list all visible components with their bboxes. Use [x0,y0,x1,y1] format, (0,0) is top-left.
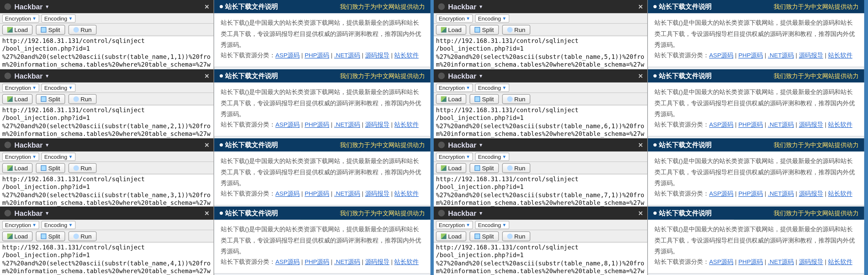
category-link[interactable]: PHP源码 [738,190,763,197]
run-button[interactable]: Run [502,231,530,241]
url-input[interactable]: http://192.168.31.131/control/sqlinject … [0,105,214,139]
category-link[interactable]: .NET源码 [334,121,360,128]
chevron-down-icon[interactable]: ▾ [479,4,482,9]
category-link[interactable]: 站长软件 [828,121,852,128]
encoding-dropdown[interactable]: Encoding▼ [475,152,509,161]
category-link[interactable]: 源码报导 [365,258,390,265]
split-button[interactable]: Split [36,163,65,173]
encryption-dropdown[interactable]: Encryption▼ [2,152,39,161]
chevron-down-icon[interactable]: ▾ [46,210,49,216]
encoding-dropdown[interactable]: Encoding▼ [475,14,509,22]
run-button[interactable]: Run [502,25,530,34]
chevron-down-icon[interactable]: ▾ [479,210,482,216]
load-button[interactable]: Load [436,163,467,173]
category-link[interactable]: 源码报导 [365,190,390,197]
run-button[interactable]: Run [502,94,530,104]
encoding-dropdown[interactable]: Encoding▼ [475,220,509,228]
encryption-dropdown[interactable]: Encryption▼ [436,83,473,91]
category-link[interactable]: ASP源码 [275,52,300,59]
load-button[interactable]: Load [2,94,33,104]
chevron-down-icon[interactable]: ▾ [46,73,49,79]
category-link[interactable]: 站长软件 [828,258,852,265]
split-button[interactable]: Split [470,163,499,173]
url-input[interactable]: http://192.168.31.131/control/sqlinject … [434,36,647,69]
encryption-dropdown[interactable]: Encryption▼ [436,220,473,228]
encoding-dropdown[interactable]: Encoding▼ [41,83,76,91]
encryption-dropdown[interactable]: Encryption▼ [2,14,39,22]
encryption-dropdown[interactable]: Encryption▼ [2,83,39,91]
category-link[interactable]: 站长软件 [394,52,418,59]
split-button[interactable]: Split [36,231,65,241]
close-icon[interactable]: × [639,209,643,217]
category-link[interactable]: PHP源码 [305,52,329,59]
category-link[interactable]: PHP源码 [305,121,329,128]
close-icon[interactable]: × [205,71,209,80]
category-link[interactable]: PHP源码 [738,52,763,59]
load-button[interactable]: Load [2,231,33,241]
run-button[interactable]: Run [68,231,96,241]
load-button[interactable]: Load [436,25,467,34]
category-link[interactable]: 源码报导 [799,52,823,59]
load-button[interactable]: Load [2,163,33,173]
split-button[interactable]: Split [470,94,499,104]
run-button[interactable]: Run [68,94,96,104]
chevron-down-icon[interactable]: ▾ [46,4,49,9]
category-link[interactable]: ASP源码 [275,258,300,265]
category-link[interactable]: .NET源码 [334,52,360,59]
encoding-dropdown[interactable]: Encoding▼ [41,152,76,161]
category-link[interactable]: ASP源码 [275,121,300,128]
category-link[interactable]: .NET源码 [768,52,794,59]
category-link[interactable]: ASP源码 [709,190,733,197]
category-link[interactable]: 源码报导 [799,121,823,128]
load-button[interactable]: Load [2,25,33,34]
encoding-dropdown[interactable]: Encoding▼ [41,14,76,22]
category-link[interactable]: 站长软件 [394,121,418,128]
category-link[interactable]: ASP源码 [709,258,733,265]
chevron-down-icon[interactable]: ▾ [46,142,49,148]
category-link[interactable]: PHP源码 [305,258,329,265]
close-icon[interactable]: × [205,209,209,217]
category-link[interactable]: 站长软件 [828,190,852,197]
close-icon[interactable]: × [205,2,209,11]
url-input[interactable]: http://192.168.31.131/control/sqlinject … [434,105,647,139]
category-link[interactable]: PHP源码 [305,190,329,197]
url-input[interactable]: http://192.168.31.131/control/sqlinject … [0,36,214,69]
chevron-down-icon[interactable]: ▾ [479,142,482,148]
encryption-dropdown[interactable]: Encryption▼ [436,152,473,161]
category-link[interactable]: PHP源码 [738,121,763,128]
category-link[interactable]: 源码报导 [365,121,390,128]
category-link[interactable]: .NET源码 [768,258,794,265]
encoding-dropdown[interactable]: Encoding▼ [41,220,76,228]
split-button[interactable]: Split [36,25,65,34]
load-button[interactable]: Load [436,94,467,104]
category-link[interactable]: .NET源码 [334,258,360,265]
encoding-dropdown[interactable]: Encoding▼ [475,83,509,91]
close-icon[interactable]: × [639,141,643,149]
split-button[interactable]: Split [36,94,65,104]
url-input[interactable]: http://192.168.31.131/control/sqlinject … [434,174,647,208]
category-link[interactable]: PHP源码 [738,258,763,265]
url-input[interactable]: http://192.168.31.131/control/sqlinject … [434,242,647,275]
category-link[interactable]: 源码报导 [799,258,823,265]
url-input[interactable]: http://192.168.31.131/control/sqlinject … [0,174,214,208]
split-button[interactable]: Split [470,25,499,34]
encryption-dropdown[interactable]: Encryption▼ [2,220,39,228]
category-link[interactable]: 源码报导 [365,52,390,59]
category-link[interactable]: .NET源码 [768,190,794,197]
chevron-down-icon[interactable]: ▾ [479,73,482,79]
category-link[interactable]: ASP源码 [275,190,300,197]
close-icon[interactable]: × [639,71,643,80]
url-input[interactable]: http://192.168.31.131/control/sqlinject … [0,242,214,275]
category-link[interactable]: ASP源码 [709,52,733,59]
category-link[interactable]: 站长软件 [828,52,852,59]
load-button[interactable]: Load [436,231,467,241]
category-link[interactable]: 源码报导 [799,190,823,197]
category-link[interactable]: 站长软件 [394,190,418,197]
split-button[interactable]: Split [470,231,499,241]
encryption-dropdown[interactable]: Encryption▼ [436,14,473,22]
category-link[interactable]: .NET源码 [334,190,360,197]
category-link[interactable]: ASP源码 [709,121,733,128]
category-link[interactable]: 站长软件 [394,258,418,265]
run-button[interactable]: Run [68,25,96,34]
close-icon[interactable]: × [639,2,643,11]
